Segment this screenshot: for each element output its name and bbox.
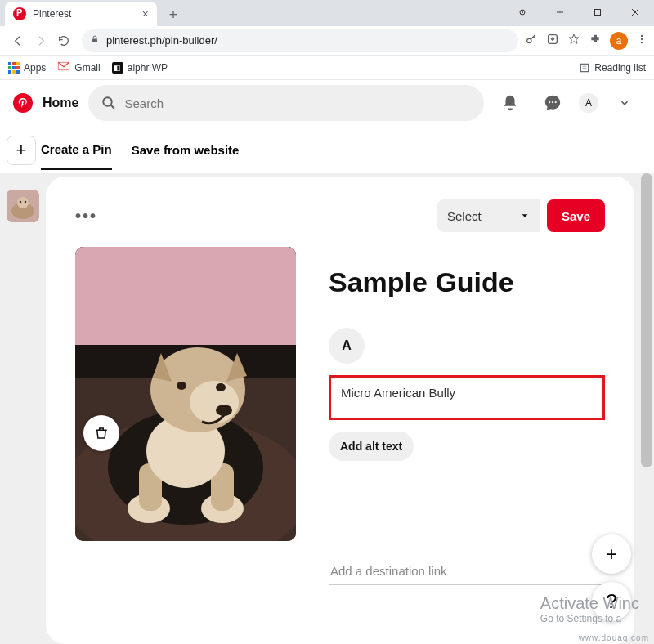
- home-link[interactable]: Home: [43, 96, 78, 110]
- window-titlebar: Pinterest × +: [0, 0, 654, 26]
- tab-create-pin[interactable]: Create a Pin: [41, 142, 112, 170]
- pin-editor-card: ••• Select Save: [46, 177, 634, 644]
- messages-icon[interactable]: [536, 87, 569, 119]
- svg-point-40: [216, 405, 232, 416]
- pinterest-logo[interactable]: [13, 93, 33, 113]
- svg-rect-3: [595, 10, 601, 16]
- user-avatar[interactable]: A: [579, 93, 598, 113]
- install-icon[interactable]: [546, 33, 559, 49]
- site-watermark: www.douaq.com: [579, 633, 649, 642]
- gmail-icon: [57, 61, 70, 74]
- builder-canvas: ••• Select Save: [0, 173, 654, 644]
- svg-point-19: [552, 101, 553, 103]
- pin-thumbnails: [7, 190, 39, 222]
- svg-point-37: [190, 381, 239, 423]
- chrome-menu-icon[interactable]: [636, 34, 647, 48]
- bookmarks-bar: Apps Gmail ◧ alphr WP Reading list: [0, 56, 654, 80]
- svg-rect-6: [92, 39, 97, 43]
- svg-rect-27: [75, 247, 296, 353]
- search-bar[interactable]: [88, 85, 484, 121]
- svg-point-7: [527, 38, 531, 42]
- extensions-icon[interactable]: [589, 33, 602, 49]
- fab-help-button[interactable]: ?: [592, 582, 631, 621]
- svg-point-20: [555, 101, 557, 103]
- svg-point-23: [17, 197, 29, 208]
- more-options-icon[interactable]: •••: [75, 207, 97, 226]
- svg-point-24: [20, 201, 21, 203]
- description-field[interactable]: Micro American Bully: [329, 375, 605, 420]
- chevron-down-icon: [519, 210, 531, 221]
- svg-line-17: [111, 105, 115, 109]
- maximize-button[interactable]: [579, 0, 616, 25]
- account-dot-icon[interactable]: [504, 0, 541, 25]
- address-bar: pinterest.ph/pin-builder/ a: [0, 26, 654, 56]
- form-column: Sample Guide A Micro American Bully Add …: [329, 247, 605, 585]
- svg-point-9: [641, 34, 643, 36]
- lock-icon: [90, 34, 100, 47]
- svg-point-1: [522, 11, 523, 13]
- new-tab-button[interactable]: +: [162, 3, 185, 26]
- pin-title[interactable]: Sample Guide: [329, 266, 605, 298]
- trash-icon: [94, 426, 109, 441]
- minimize-button[interactable]: [541, 0, 579, 25]
- window-controls: [504, 0, 654, 25]
- reading-list-icon: [579, 62, 590, 74]
- apps-icon: [8, 62, 20, 74]
- tab-save-from-website[interactable]: Save from website: [132, 143, 240, 157]
- browser-tab[interactable]: Pinterest ×: [5, 2, 157, 26]
- notifications-icon[interactable]: [494, 87, 526, 119]
- tab-title: Pinterest: [33, 8, 142, 20]
- key-icon[interactable]: [525, 33, 538, 49]
- pin-image[interactable]: [75, 247, 296, 541]
- reload-button[interactable]: [52, 29, 75, 52]
- alphr-icon: ◧: [112, 62, 123, 74]
- svg-rect-12: [581, 64, 589, 71]
- svg-point-16: [104, 97, 113, 106]
- svg-point-39: [216, 383, 226, 391]
- scrollbar[interactable]: [641, 173, 652, 467]
- gmail-bookmark[interactable]: Gmail: [57, 61, 100, 74]
- save-button[interactable]: Save: [547, 199, 605, 232]
- pinterest-header: Home A: [0, 80, 654, 126]
- close-window-button[interactable]: [616, 0, 654, 25]
- alphr-bookmark[interactable]: ◧ alphr WP: [112, 62, 168, 74]
- svg-point-11: [641, 41, 643, 42]
- star-icon[interactable]: [567, 33, 580, 49]
- destination-link-field[interactable]: Add a destination link: [329, 557, 605, 585]
- delete-image-button[interactable]: [83, 415, 119, 451]
- add-pin-button[interactable]: +: [7, 136, 36, 165]
- svg-point-25: [25, 201, 26, 203]
- chevron-down-icon[interactable]: [608, 87, 641, 119]
- apps-bookmark[interactable]: Apps: [8, 62, 46, 74]
- search-input[interactable]: [124, 96, 471, 110]
- add-alt-text-button[interactable]: Add alt text: [329, 432, 414, 461]
- svg-point-38: [177, 382, 186, 390]
- svg-point-10: [641, 38, 643, 39]
- builder-tab-bar: + Create a Pin Save from website: [0, 126, 654, 173]
- pinterest-favicon: [13, 7, 26, 20]
- svg-point-18: [549, 101, 550, 103]
- author-badge[interactable]: A: [329, 328, 365, 364]
- omnibox[interactable]: pinterest.ph/pin-builder/: [82, 29, 518, 52]
- board-select[interactable]: Select: [437, 199, 540, 232]
- reading-list[interactable]: Reading list: [579, 62, 646, 74]
- pin-thumbnail[interactable]: [7, 190, 39, 222]
- search-icon: [101, 96, 116, 110]
- close-tab-icon[interactable]: ×: [142, 7, 149, 20]
- fab-add-button[interactable]: +: [592, 534, 631, 574]
- back-button[interactable]: [7, 29, 29, 52]
- forward-button[interactable]: [29, 29, 52, 52]
- url-text: pinterest.ph/pin-builder/: [106, 34, 217, 47]
- profile-avatar[interactable]: a: [610, 32, 628, 50]
- image-column: [75, 247, 296, 585]
